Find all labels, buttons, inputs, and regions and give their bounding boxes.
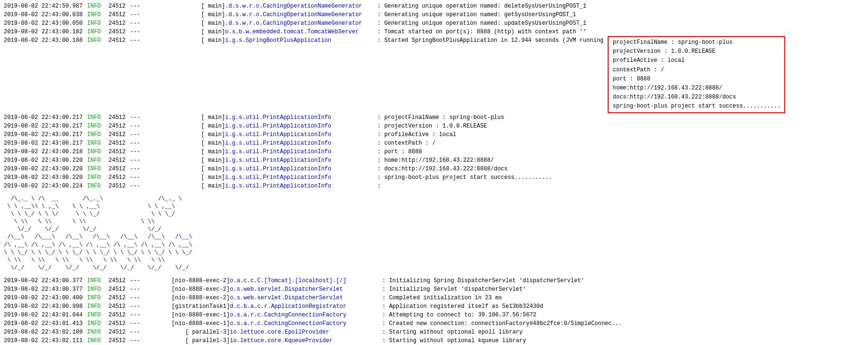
- log-line: 2019-08-02 22:43:00.224 INFO 24512 --- […: [4, 182, 864, 190]
- log-line: 2019-08-02 22:43:00.182 INFO 24512 --- […: [4, 28, 864, 36]
- log-line: 2019-08-02 22:43:00.217 INFO 24512 --- […: [4, 139, 864, 148]
- log-line: 2019-08-02 22:43:02.109 INFO 24512 --- […: [4, 328, 864, 336]
- bottom-log-section: 2019-08-02 22:43:00.377 INFO 24512 --- […: [4, 276, 864, 345]
- log-line: 2019-08-02 22:43:00.400 INFO 24512 --- […: [4, 294, 864, 302]
- log-line: 2019-08-02 22:43:00.038 INFO 24512 --- […: [4, 10, 864, 19]
- ascii-art-banner: /\_._ \ /\ __ /\_._\ /\_._ \ \ \ ,__\\ \…: [4, 190, 864, 277]
- log-line: 2019-08-02 22:43:00.217 INFO 24512 --- […: [4, 130, 864, 139]
- log-line: 2019-08-02 22:43:00.218 INFO 24512 --- […: [4, 148, 864, 156]
- log-line: 2019-08-02 22:43:00.217 INFO 24512 --- […: [4, 122, 864, 130]
- startup-info-box: projectFinalName : spring-boot-plus proj…: [608, 36, 785, 113]
- log-line: 2019-08-02 22:43:00.998 INFO 24512 --- […: [4, 302, 864, 311]
- log-line-startup: 2019-08-02 22:43:00.188 INFO 24512 --- […: [4, 36, 864, 113]
- log-output: 2019-08-02 22:42:59.987 INFO 24512 --- […: [0, 0, 868, 345]
- log-line: 2019-08-02 22:43:00.050 INFO 24512 --- […: [4, 19, 864, 28]
- log-line: 2019-08-02 22:43:01.044 INFO 24512 --- […: [4, 311, 864, 319]
- log-line: 2019-08-02 22:43:00.220 INFO 24512 --- […: [4, 173, 864, 182]
- log-line: 2019-08-02 22:43:01.413 INFO 24512 --- […: [4, 319, 864, 328]
- log-line: 2019-08-02 22:43:00.220 INFO 24512 --- […: [4, 156, 864, 165]
- log-line: 2019-08-02 22:43:00.377 INFO 24512 --- […: [4, 285, 864, 294]
- log-line: 2019-08-02 22:43:00.377 INFO 24512 --- […: [4, 276, 864, 285]
- top-log-section: 2019-08-02 22:42:59.987 INFO 24512 --- […: [4, 2, 864, 190]
- log-line: 2019-08-02 22:43:00.220 INFO 24512 --- […: [4, 165, 864, 173]
- log-line: 2019-08-02 22:42:59.987 INFO 24512 --- […: [4, 2, 864, 10]
- log-line: 2019-08-02 22:43:00.217 INFO 24512 --- […: [4, 113, 864, 122]
- log-line: 2019-08-02 22:43:02.111 INFO 24512 --- […: [4, 336, 864, 345]
